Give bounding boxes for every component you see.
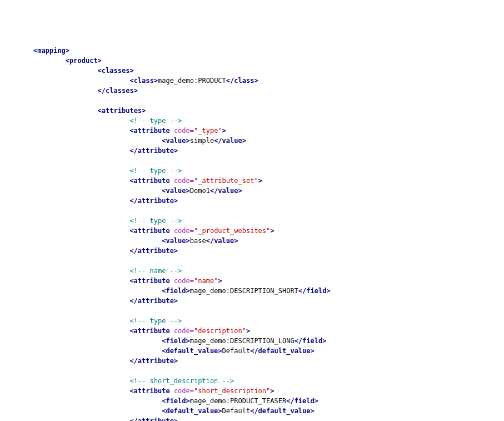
value-text: simple	[190, 137, 214, 145]
attr-value: "_attribute_set"	[194, 177, 258, 185]
tag-attribute-open: <attribute	[129, 277, 169, 285]
attr-name: code	[174, 277, 190, 285]
tag-attribute-close: </attribute>	[129, 197, 178, 205]
tag-classes-open: <classes>	[98, 67, 134, 75]
tag-field-close: </field>	[298, 287, 331, 295]
attr-name: code	[174, 177, 190, 185]
tag-default-value-close: </default_value>	[250, 407, 315, 415]
field-text: mage_demo:PRODUCT_TEASER	[190, 397, 286, 405]
tag-field-open: <field>	[162, 287, 190, 295]
attr-value: "_product_websites"	[194, 227, 270, 235]
field-text: mage_demo:DESCRIPTION_LONG	[190, 337, 295, 345]
attr-value: "short_description"	[194, 387, 270, 395]
tag-attribute-close: </attribute>	[129, 247, 178, 255]
tag-attribute-close: </attribute>	[129, 297, 178, 305]
tag-field-close: </field>	[295, 337, 327, 345]
tag-field-open: <field>	[162, 337, 190, 345]
default-value-text: Default	[222, 347, 251, 355]
tag-default-value-open: <default_value>	[162, 407, 222, 415]
attr-name: code	[174, 327, 190, 335]
tag-field-open: <field>	[162, 397, 190, 405]
tag-attribute-open: <attribute	[129, 227, 169, 235]
attr-value: "_type"	[194, 127, 222, 135]
tag-attribute-open: <attribute	[129, 327, 169, 335]
field-text: mage_demo:DESCRIPTION_SHORT	[190, 287, 298, 295]
comment: <!-- name -->	[129, 267, 182, 275]
tag-value-close: </value>	[206, 237, 238, 245]
tag-product-open: <product>	[66, 57, 102, 65]
tag-classes-close: </classes>	[98, 87, 138, 95]
class-text: mage_demo:PRODUCT	[158, 77, 226, 85]
tag-class-open: <class>	[129, 77, 158, 85]
tag-mapping-open: <mapping>	[33, 47, 69, 55]
tag-value-close: </value>	[214, 137, 246, 145]
tag-attribute-open: <attribute	[129, 387, 169, 395]
tag-default-value-close: </default_value>	[250, 347, 315, 355]
tag-value-close: </value>	[210, 187, 242, 195]
tag-default-value-open: <default_value>	[162, 347, 222, 355]
attr-name: code	[174, 227, 190, 235]
tag-value-open: <value>	[162, 237, 190, 245]
comment: <!-- type -->	[129, 217, 182, 225]
tag-attribute-close: </attribute>	[129, 417, 178, 421]
tag-attribute-open: <attribute	[129, 127, 169, 135]
tag-attribute-close: </attribute>	[129, 357, 178, 365]
comment: <!-- type -->	[129, 167, 182, 175]
tag-attributes-open: <attributes>	[98, 107, 146, 115]
comment: <!-- type -->	[129, 317, 182, 325]
tag-value-open: <value>	[162, 187, 190, 195]
attr-value: "name"	[194, 277, 218, 285]
attr-name: code	[174, 127, 190, 135]
comment: <!-- type -->	[129, 117, 182, 125]
tag-value-open: <value>	[162, 137, 190, 145]
attr-value: "description"	[194, 327, 246, 335]
default-value-text: Default	[222, 407, 251, 415]
tag-field-close: </field>	[286, 397, 318, 405]
tag-attribute-close: </attribute>	[129, 147, 178, 155]
value-text: Demo1	[190, 187, 210, 195]
attr-name: code	[174, 387, 190, 395]
value-text: base	[190, 237, 206, 245]
comment: <!-- short_description -->	[129, 377, 234, 385]
tag-class-close: </class>	[226, 77, 258, 85]
xml-code-block: <mapping> <product> <classes> <class>mag…	[0, 40, 504, 421]
tag-attribute-open: <attribute	[129, 177, 169, 185]
